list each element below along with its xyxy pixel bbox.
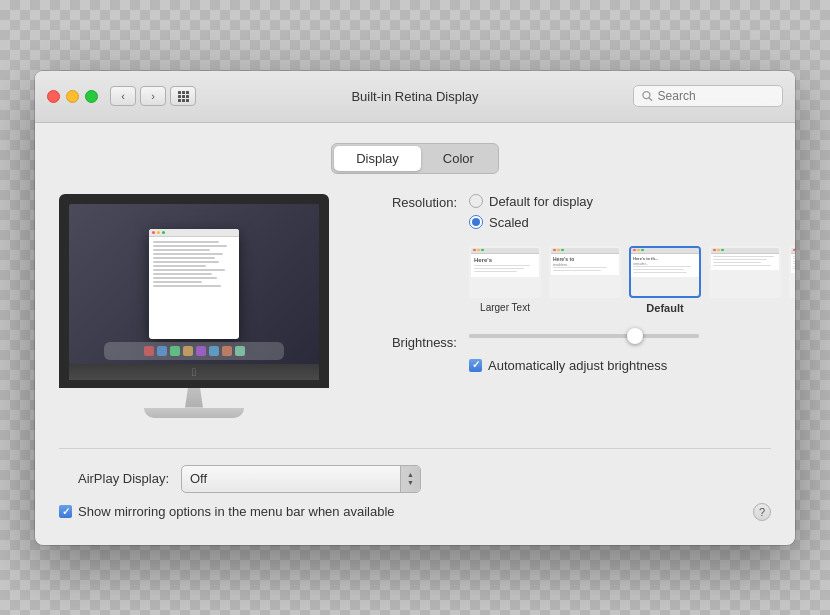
arrow-down-icon: ▼ [407,479,414,486]
minimize-button[interactable] [66,90,79,103]
grid-icon [178,91,189,102]
res-preview-morespace[interactable]: More Space [789,246,795,314]
mirror-checkmark-icon: ✓ [62,507,70,517]
auto-brightness-checkbox[interactable]: ✓ [469,359,482,372]
tabs: Display Color [59,143,771,174]
help-button[interactable]: ? [753,503,771,521]
dock-bar [104,342,284,360]
tab-display[interactable]: Display [334,146,421,171]
monitor-stand [59,388,329,418]
resolution-default-option[interactable]: Default for display [469,194,593,209]
radio-selected-indicator [472,218,480,226]
grid-button[interactable] [170,86,196,106]
monitor-bezel:  [69,364,319,380]
slider-track [469,334,699,338]
content-area:  Resolution: [59,194,771,418]
res-preview-default[interactable]: Here's to th... ones who... Default [629,246,701,314]
slider-thumb[interactable] [627,328,643,344]
res-preview-4[interactable] [709,246,781,314]
resolution-previews: Here's Larger Text [469,246,795,314]
mirror-row: ✓ Show mirroring options in the menu bar… [59,504,395,519]
tab-color[interactable]: Color [421,146,496,171]
search-input[interactable] [658,89,774,103]
brightness-section: Brightness: ✓ Automatically adjust b [359,334,795,373]
res-preview-2[interactable]: Here's to troublem... [549,246,621,314]
resolution-row: Resolution: Default for display [359,194,795,236]
apple-logo-icon:  [192,366,196,378]
maximize-button[interactable] [85,90,98,103]
checkmark-icon: ✓ [472,360,480,370]
resolution-default-radio[interactable] [469,194,483,208]
res-label-default: Default [646,302,683,314]
monitor-preview:  [59,194,329,418]
brightness-slider[interactable] [469,334,699,338]
search-box[interactable] [633,85,783,107]
search-icon [642,90,653,102]
resolution-label: Resolution: [359,194,469,210]
brightness-label: Brightness: [359,334,469,350]
title-bar: ‹ › Built-in Retina Display [35,71,795,123]
svg-line-1 [649,98,652,101]
forward-arrow-icon: › [151,90,155,102]
resolution-scaled-radio[interactable] [469,215,483,229]
res-thumb-default: Here's to th... ones who... [629,246,701,298]
window-title: Built-in Retina Display [351,89,478,104]
bottom-row: ✓ Show mirroring options in the menu bar… [59,503,771,521]
mini-titlebar [149,229,239,237]
res-label-larger: Larger Text [480,302,530,313]
res-preview-larger[interactable]: Here's Larger Text [469,246,541,314]
res-thumb-larger: Here's [469,246,541,298]
resolution-default-label: Default for display [489,194,593,209]
airplay-section: AirPlay Display: Off ▲ ▼ ✓ Show mirrorin… [59,448,771,521]
resolution-section: Resolution: Default for display [359,194,795,314]
mirror-label: Show mirroring options in the menu bar w… [78,504,395,519]
tab-group: Display Color [331,143,499,174]
airplay-dropdown[interactable]: Off ▲ ▼ [181,465,421,493]
main-window: ‹ › Built-in Retina Display [35,71,795,545]
mirror-checkbox[interactable]: ✓ [59,505,72,518]
res-thumb-2: Here's to troublem... [549,246,621,298]
screen-content [69,204,319,364]
window-body: Display Color [35,123,795,545]
traffic-lights [47,90,98,103]
airplay-dropdown-value: Off [190,471,207,486]
mini-content [149,237,239,293]
monitor-screen [69,204,319,364]
brightness-row: Brightness: [359,334,795,350]
settings-panel: Resolution: Default for display [359,194,795,373]
back-button[interactable]: ‹ [110,86,136,106]
auto-brightness-label: Automatically adjust brightness [488,358,667,373]
resolution-scaled-option[interactable]: Scaled [469,215,593,230]
res-thumb-4 [709,246,781,298]
resolution-options: Default for display Scaled [469,194,593,236]
stand-base [144,408,244,418]
airplay-label: AirPlay Display: [59,471,169,486]
forward-button[interactable]: › [140,86,166,106]
airplay-row: AirPlay Display: Off ▲ ▼ [59,465,771,493]
res-thumb-morespace [789,246,795,298]
nav-buttons: ‹ › [110,86,166,106]
stand-neck [179,388,209,408]
window-on-screen [149,229,239,339]
monitor-body:  [59,194,329,388]
close-button[interactable] [47,90,60,103]
dropdown-arrows-icon: ▲ ▼ [400,466,420,492]
arrow-up-icon: ▲ [407,471,414,478]
slider-container [469,334,795,338]
back-arrow-icon: ‹ [121,90,125,102]
auto-brightness-row: ✓ Automatically adjust brightness [469,358,795,373]
resolution-scaled-label: Scaled [489,215,529,230]
